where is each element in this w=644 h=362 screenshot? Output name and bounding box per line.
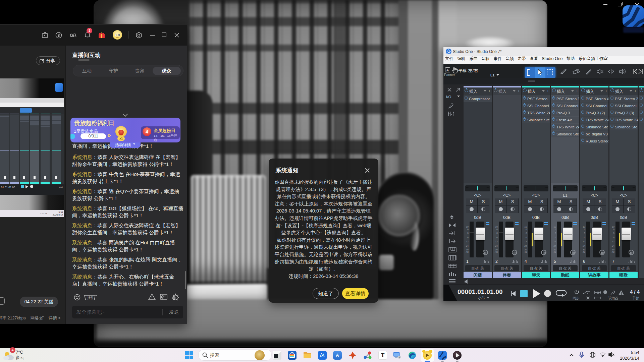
svg-text:挂件: 挂件: [87, 296, 94, 300]
